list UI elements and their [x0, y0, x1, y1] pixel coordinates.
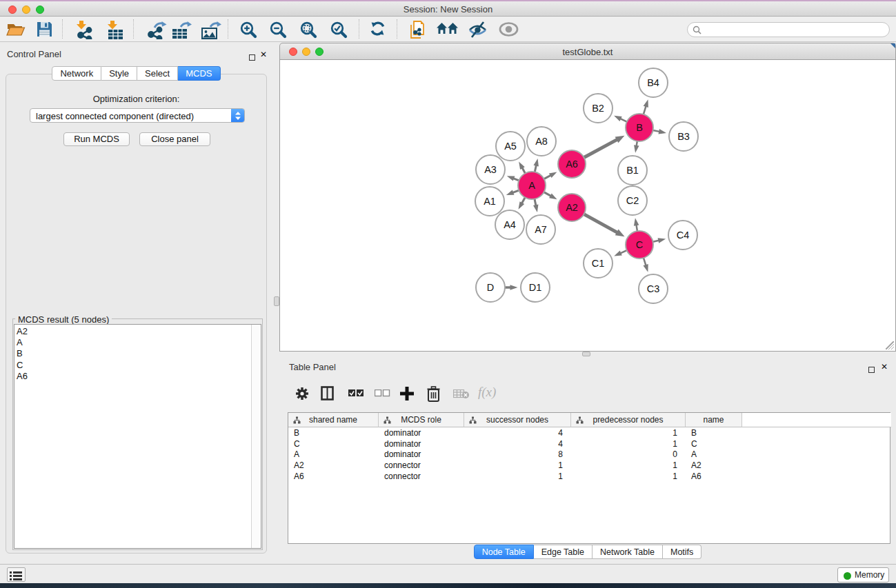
table-panel-float-icon[interactable] — [868, 363, 875, 376]
tab-network-table[interactable]: Network Table — [593, 545, 663, 559]
panel-divider-handle[interactable] — [274, 296, 279, 306]
table-cell[interactable]: dominator — [384, 449, 464, 460]
table-row[interactable]: Adominator80A — [288, 449, 890, 460]
mcds-result-item[interactable]: A — [17, 337, 261, 348]
mcds-result-item[interactable]: A2 — [17, 326, 261, 337]
column-header[interactable]: name — [686, 413, 742, 427]
zoom-in-icon[interactable] — [239, 21, 259, 39]
mcds-result-item[interactable]: C — [17, 360, 261, 371]
table-cell[interactable]: 0 — [571, 449, 677, 460]
delete-column-icon[interactable] — [427, 386, 440, 402]
optimization-dropdown[interactable]: largest connected component (directed) — [30, 108, 245, 123]
table-cell[interactable]: 4 — [464, 428, 563, 439]
table-cell[interactable]: B — [691, 428, 742, 439]
table-cell[interactable]: 1 — [464, 460, 563, 472]
tab-select[interactable]: Select — [137, 66, 178, 81]
search-box[interactable] — [687, 22, 890, 37]
network-window-titlebar[interactable]: testGlobe.txt — [279, 43, 896, 60]
control-panel-float-icon[interactable] — [249, 51, 255, 63]
export-image-icon[interactable] — [199, 21, 221, 39]
run-mcds-button[interactable]: Run MCDS — [63, 132, 130, 146]
duplicate-network-icon[interactable] — [408, 21, 427, 40]
tab-node-table[interactable]: Node Table — [474, 545, 534, 559]
tab-mcds[interactable]: MCDS — [178, 66, 220, 81]
delete-table-icon[interactable] — [453, 389, 470, 399]
table-cell[interactable]: A6 — [691, 472, 742, 483]
table-cell[interactable]: connector — [384, 472, 464, 483]
table-cell[interactable]: dominator — [384, 439, 464, 450]
horizontal-divider-handle[interactable] — [582, 352, 590, 356]
tab-network[interactable]: Network — [52, 66, 101, 81]
table-cell[interactable]: connector — [384, 460, 464, 472]
zoom-selected-icon[interactable] — [330, 21, 349, 39]
table-cell[interactable]: C — [294, 439, 379, 450]
network-overview-icon[interactable] — [436, 21, 459, 38]
column-header[interactable]: successor nodes — [464, 413, 571, 427]
table-row[interactable]: A6connector11A6 — [288, 472, 890, 483]
tab-style[interactable]: Style — [101, 66, 137, 81]
import-table-icon[interactable] — [105, 21, 126, 39]
table-cell[interactable]: B — [294, 428, 379, 439]
graph-edge-arrow — [510, 285, 518, 290]
refresh-icon[interactable] — [370, 21, 387, 38]
network-graph[interactable]: B4B2BB3A5A8A6B1A3AC2A1A2A4A7C4CC1C3DD1 — [280, 60, 895, 350]
table-panel-close-icon[interactable]: ✕ — [881, 362, 888, 372]
mcds-result-scrollbar[interactable] — [251, 325, 260, 548]
resize-grip[interactable] — [886, 341, 894, 349]
memory-button[interactable]: Memory — [837, 567, 889, 582]
save-icon[interactable] — [36, 21, 53, 38]
table-cell[interactable]: 8 — [464, 449, 563, 460]
import-network-icon[interactable] — [74, 21, 94, 39]
graph-edge[interactable] — [584, 214, 618, 233]
zoom-out-icon[interactable] — [269, 21, 288, 39]
function-builder-icon[interactable]: f(x) — [478, 385, 496, 400]
column-header[interactable]: predecessor nodes — [571, 413, 686, 427]
birds-eye-icon[interactable] — [498, 21, 519, 38]
search-input[interactable] — [704, 24, 884, 35]
open-file-icon[interactable] — [6, 21, 26, 38]
table-cell[interactable]: dominator — [384, 428, 464, 439]
select-all-icon[interactable] — [348, 389, 365, 398]
table-cell[interactable]: C — [691, 439, 742, 450]
table-cell[interactable]: 1 — [571, 472, 677, 483]
control-panel-tabs: Network Style Select MCDS — [0, 66, 272, 81]
mcds-result-list[interactable]: A2ABCA6 — [14, 324, 261, 549]
column-header[interactable]: MCDS role — [379, 413, 464, 427]
graphics-details-icon[interactable] — [468, 21, 488, 39]
table-row[interactable]: Cdominator41C — [288, 439, 890, 450]
close-panel-button[interactable]: Close panel — [139, 132, 210, 146]
unselect-all-icon[interactable] — [375, 389, 391, 398]
table-cell[interactable]: A — [294, 449, 379, 460]
table-row[interactable]: Bdominator41B — [288, 428, 890, 439]
table-cell[interactable]: 1 — [464, 472, 563, 483]
table-cell[interactable]: A — [691, 449, 742, 460]
zoom-fit-icon[interactable] — [299, 21, 319, 39]
mcds-result-item[interactable]: B — [17, 348, 261, 359]
table-row[interactable]: A2connector11A2 — [288, 460, 890, 472]
table-cell[interactable]: 1 — [571, 428, 677, 439]
export-table-icon[interactable] — [170, 21, 192, 39]
table-cell[interactable]: 4 — [464, 439, 563, 450]
mcds-result-item[interactable]: A6 — [17, 371, 261, 382]
task-history-button[interactable] — [7, 567, 26, 582]
graph-edge[interactable] — [644, 105, 646, 114]
table-cell[interactable]: A2 — [294, 460, 379, 472]
table-cell[interactable]: A6 — [294, 472, 379, 483]
network-canvas[interactable]: B4B2BB3A5A8A6B1A3AC2A1A2A4A7C4CC1C3DD1 — [279, 60, 896, 352]
table-cell[interactable]: 1 — [571, 439, 677, 450]
column-header[interactable]: shared name — [288, 413, 379, 427]
settings-gear-icon[interactable] — [295, 386, 310, 401]
show-column-icon[interactable] — [321, 386, 335, 401]
table-panel-toolbar: f(x) — [288, 381, 891, 408]
table-cell[interactable]: A2 — [691, 460, 742, 472]
table-cell[interactable]: 1 — [571, 460, 677, 472]
control-panel-close-icon[interactable]: ✕ — [260, 50, 267, 59]
export-network-icon[interactable] — [146, 21, 168, 39]
graph-node-label: B — [636, 122, 643, 133]
add-column-icon[interactable] — [399, 386, 415, 401]
tab-edge-table[interactable]: Edge Table — [534, 545, 593, 559]
graph-edge-arrow — [614, 251, 622, 256]
tab-motifs[interactable]: Motifs — [663, 545, 701, 559]
graph-edge[interactable] — [584, 139, 618, 158]
graph-node-label: B4 — [647, 77, 659, 88]
